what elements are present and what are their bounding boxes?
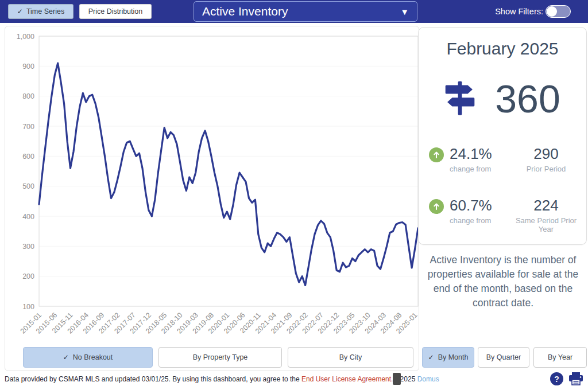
tab-price-distribution[interactable]: Price Distribution <box>79 4 152 19</box>
stat-percent-caption: change from <box>450 216 492 225</box>
period-month-label: By Month <box>438 353 469 361</box>
stat-row-prior-period: 24.1% change from 290 Prior Period <box>429 145 577 173</box>
question-icon: ? <box>554 375 559 384</box>
breakout-city-label: By City <box>339 353 362 361</box>
footer-disclaimer: Data provided by CSMAR MLS and updated 0… <box>5 375 301 383</box>
stat-percent: 24.1% <box>450 145 492 163</box>
metric-dropdown-value: Active Inventory <box>202 5 288 18</box>
y-axis-tick-label: 600 <box>22 153 34 161</box>
stat-percent: 60.7% <box>450 197 492 215</box>
check-icon: ✓ <box>63 353 69 361</box>
up-arrow-icon <box>429 147 444 162</box>
check-icon: ✓ <box>428 353 434 361</box>
summary-card: February 2025 360 24.1% change from 290 … <box>418 27 587 245</box>
eula-link[interactable]: End User License Agreement <box>301 375 391 383</box>
stat-row-same-period-prior-year: 60.7% change from 224 Same Period Prior … <box>429 197 577 233</box>
tab-price-distribution-label: Price Distribution <box>88 7 142 15</box>
period-year-label: By Year <box>548 353 572 361</box>
toggle-knob <box>547 6 557 17</box>
stat-reference-caption: Same Period Prior Year <box>515 216 577 233</box>
tab-time-series[interactable]: ✓ Time Series <box>8 4 74 19</box>
stat-reference-value: 290 <box>515 145 577 163</box>
y-axis-tick-label: 1,000 <box>17 33 34 41</box>
print-button[interactable] <box>568 372 583 385</box>
y-axis-tick-label: 300 <box>22 243 34 251</box>
brand-link[interactable]: Domus <box>417 375 439 383</box>
breakout-button-no-breakout[interactable]: ✓ No Breakout <box>23 347 153 368</box>
period-button-quarter[interactable]: By Quarter <box>478 347 529 368</box>
chart-card: 1002003004005006007008009001,0002015-012… <box>5 26 419 371</box>
stat-reference-value: 224 <box>515 197 577 215</box>
metric-description: Active Inventory is the number of proper… <box>419 253 587 310</box>
period-button-year[interactable]: By Year <box>533 347 587 368</box>
stat-reference-caption: Prior Period <box>515 165 577 173</box>
breakout-button-property-type[interactable]: By Property Type <box>158 347 282 368</box>
period-button-month[interactable]: ✓ By Month <box>422 347 474 368</box>
y-axis-tick-label: 200 <box>22 272 34 280</box>
period-quarter-label: By Quarter <box>486 353 521 361</box>
y-axis-tick-label: 700 <box>22 123 34 131</box>
summary-month-title: February 2025 <box>419 39 586 59</box>
signpost-icon <box>444 81 475 116</box>
stat-percent-caption: change from <box>450 165 492 173</box>
y-axis-tick-label: 500 <box>22 182 34 190</box>
y-axis-tick-label: 900 <box>22 63 34 71</box>
footer-dark-mark-icon <box>393 373 401 385</box>
y-axis-tick-label: 100 <box>22 303 34 311</box>
breakout-property-type-label: By Property Type <box>193 353 248 361</box>
inventory-line-chart: 1002003004005006007008009001,0002015-012… <box>5 26 420 348</box>
show-filters-label: Show Filters: <box>495 0 543 23</box>
check-icon: ✓ <box>17 7 23 15</box>
summary-value: 360 <box>495 79 560 118</box>
breakout-button-city[interactable]: By City <box>288 347 413 368</box>
footer: Data provided by CSMAR MLS and updated 0… <box>0 372 588 386</box>
tab-time-series-label: Time Series <box>26 7 64 15</box>
header-bar: ✓ Time Series Price Distribution Active … <box>0 0 588 23</box>
y-axis-tick-label: 800 <box>22 92 34 100</box>
footer-text: Data provided by CSMAR MLS and updated 0… <box>5 375 439 383</box>
show-filters-toggle[interactable] <box>546 5 571 18</box>
active-inventory-series-line <box>39 63 418 285</box>
up-arrow-icon <box>429 199 444 214</box>
breakout-no-breakout-label: No Breakout <box>73 353 113 361</box>
metric-dropdown[interactable]: Active Inventory ▼ <box>194 1 417 22</box>
y-axis-tick-label: 400 <box>22 213 34 221</box>
chevron-down-icon: ▼ <box>400 7 409 17</box>
help-button[interactable]: ? <box>550 372 563 385</box>
